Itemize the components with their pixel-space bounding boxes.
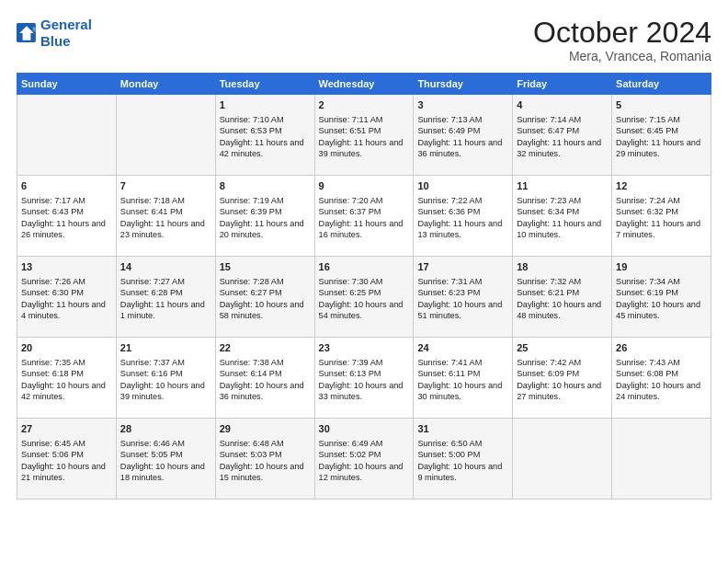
- weekday-header: Monday: [116, 74, 215, 95]
- day-info: Sunset: 6:08 PM: [616, 368, 707, 379]
- calendar-cell: 10Sunrise: 7:22 AMSunset: 6:36 PMDayligh…: [414, 176, 513, 257]
- day-info: Daylight: 10 hours and 36 minutes.: [220, 380, 311, 403]
- day-info: Sunrise: 7:41 AM: [417, 357, 508, 368]
- day-info: Sunset: 5:00 PM: [417, 449, 508, 460]
- day-info: Sunset: 6:16 PM: [120, 368, 211, 379]
- day-info: Sunset: 6:32 PM: [616, 206, 707, 217]
- day-info: Daylight: 10 hours and 18 minutes.: [120, 461, 211, 484]
- weekday-row: SundayMondayTuesdayWednesdayThursdayFrid…: [17, 74, 711, 95]
- calendar-cell: 12Sunrise: 7:24 AMSunset: 6:32 PMDayligh…: [612, 176, 711, 257]
- day-info: Sunset: 6:19 PM: [616, 287, 707, 298]
- day-number: 9: [319, 179, 410, 193]
- calendar-week-row: 1Sunrise: 7:10 AMSunset: 6:53 PMDaylight…: [17, 95, 711, 176]
- calendar-cell: 24Sunrise: 7:41 AMSunset: 6:11 PMDayligh…: [414, 338, 513, 419]
- day-info: Sunset: 6:27 PM: [220, 287, 311, 298]
- day-info: Sunrise: 7:19 AM: [220, 195, 311, 206]
- calendar-cell: 29Sunrise: 6:48 AMSunset: 5:03 PMDayligh…: [215, 419, 314, 500]
- day-info: Daylight: 10 hours and 12 minutes.: [319, 461, 410, 484]
- calendar-week-row: 27Sunrise: 6:45 AMSunset: 5:06 PMDayligh…: [17, 419, 711, 500]
- logo-icon: [17, 23, 37, 43]
- day-info: Daylight: 10 hours and 9 minutes.: [417, 461, 508, 484]
- day-info: Sunrise: 7:34 AM: [616, 276, 707, 287]
- day-info: Daylight: 11 hours and 13 minutes.: [417, 218, 508, 241]
- calendar-cell: 30Sunrise: 6:49 AMSunset: 5:02 PMDayligh…: [314, 419, 414, 500]
- day-info: Sunrise: 7:11 AM: [319, 114, 410, 125]
- calendar-cell: 23Sunrise: 7:39 AMSunset: 6:13 PMDayligh…: [314, 338, 414, 419]
- calendar-cell: 26Sunrise: 7:43 AMSunset: 6:08 PMDayligh…: [612, 338, 711, 419]
- day-info: Sunrise: 7:31 AM: [417, 276, 508, 287]
- day-number: 10: [417, 179, 508, 193]
- weekday-header: Tuesday: [215, 74, 314, 95]
- calendar-cell: 25Sunrise: 7:42 AMSunset: 6:09 PMDayligh…: [513, 338, 612, 419]
- day-info: Daylight: 11 hours and 23 minutes.: [120, 218, 211, 241]
- calendar-cell: 11Sunrise: 7:23 AMSunset: 6:34 PMDayligh…: [513, 176, 612, 257]
- day-number: 13: [21, 260, 112, 274]
- day-number: 28: [120, 422, 211, 436]
- day-info: Sunrise: 7:30 AM: [319, 276, 410, 287]
- calendar-cell: [17, 95, 117, 176]
- logo-blue: Blue: [40, 33, 71, 49]
- day-info: Daylight: 10 hours and 24 minutes.: [616, 380, 707, 403]
- day-info: Daylight: 11 hours and 29 minutes.: [616, 137, 707, 160]
- day-info: Sunset: 6:51 PM: [319, 125, 410, 136]
- day-info: Sunrise: 7:38 AM: [220, 357, 311, 368]
- day-info: Sunrise: 7:20 AM: [319, 195, 410, 206]
- day-info: Daylight: 11 hours and 20 minutes.: [220, 218, 311, 241]
- day-info: Daylight: 11 hours and 4 minutes.: [21, 299, 112, 322]
- day-info: Sunrise: 7:24 AM: [616, 195, 707, 206]
- calendar-cell: 2Sunrise: 7:11 AMSunset: 6:51 PMDaylight…: [314, 95, 414, 176]
- day-number: 27: [21, 422, 112, 436]
- title-block: October 2024 Mera, Vrancea, Romania: [533, 17, 711, 63]
- day-number: 2: [319, 98, 410, 112]
- day-number: 6: [21, 179, 112, 193]
- day-info: Daylight: 10 hours and 48 minutes.: [517, 299, 608, 322]
- day-number: 5: [616, 98, 707, 112]
- calendar-cell: 21Sunrise: 7:37 AMSunset: 6:16 PMDayligh…: [116, 338, 215, 419]
- day-info: Daylight: 10 hours and 27 minutes.: [517, 380, 608, 403]
- day-info: Sunset: 6:37 PM: [319, 206, 410, 217]
- calendar-week-row: 6Sunrise: 7:17 AMSunset: 6:43 PMDaylight…: [17, 176, 711, 257]
- calendar-cell: 8Sunrise: 7:19 AMSunset: 6:39 PMDaylight…: [215, 176, 314, 257]
- calendar-cell: 18Sunrise: 7:32 AMSunset: 6:21 PMDayligh…: [513, 257, 612, 338]
- day-info: Sunset: 6:36 PM: [417, 206, 508, 217]
- day-info: Sunrise: 7:42 AM: [517, 357, 608, 368]
- day-info: Sunset: 5:05 PM: [120, 449, 211, 460]
- day-number: 3: [417, 98, 508, 112]
- day-number: 12: [616, 179, 707, 193]
- day-info: Daylight: 10 hours and 39 minutes.: [120, 380, 211, 403]
- day-info: Daylight: 11 hours and 1 minute.: [120, 299, 211, 322]
- day-info: Sunset: 6:39 PM: [220, 206, 311, 217]
- weekday-header: Saturday: [612, 74, 711, 95]
- calendar-cell: 5Sunrise: 7:15 AMSunset: 6:45 PMDaylight…: [612, 95, 711, 176]
- day-info: Sunrise: 6:49 AM: [319, 438, 410, 449]
- day-info: Sunset: 6:21 PM: [517, 287, 608, 298]
- day-info: Sunset: 6:34 PM: [517, 206, 608, 217]
- calendar-cell: 27Sunrise: 6:45 AMSunset: 5:06 PMDayligh…: [17, 419, 117, 500]
- day-number: 26: [616, 341, 707, 355]
- calendar-cell: 6Sunrise: 7:17 AMSunset: 6:43 PMDaylight…: [17, 176, 117, 257]
- day-info: Sunset: 6:28 PM: [120, 287, 211, 298]
- day-info: Sunset: 6:45 PM: [616, 125, 707, 136]
- calendar-cell: 17Sunrise: 7:31 AMSunset: 6:23 PMDayligh…: [414, 257, 513, 338]
- calendar-week-row: 13Sunrise: 7:26 AMSunset: 6:30 PMDayligh…: [17, 257, 711, 338]
- day-number: 21: [120, 341, 211, 355]
- day-info: Daylight: 11 hours and 16 minutes.: [319, 218, 410, 241]
- day-info: Daylight: 10 hours and 15 minutes.: [220, 461, 311, 484]
- day-number: 14: [120, 260, 211, 274]
- day-info: Sunset: 6:43 PM: [21, 206, 112, 217]
- weekday-header: Friday: [513, 74, 612, 95]
- day-info: Daylight: 11 hours and 10 minutes.: [517, 218, 608, 241]
- day-info: Sunset: 6:53 PM: [220, 125, 311, 136]
- day-info: Sunset: 6:47 PM: [517, 125, 608, 136]
- day-info: Sunrise: 7:37 AM: [120, 357, 211, 368]
- day-info: Sunrise: 7:13 AM: [417, 114, 508, 125]
- calendar-cell: 15Sunrise: 7:28 AMSunset: 6:27 PMDayligh…: [215, 257, 314, 338]
- calendar-cell: 7Sunrise: 7:18 AMSunset: 6:41 PMDaylight…: [116, 176, 215, 257]
- day-info: Daylight: 11 hours and 7 minutes.: [616, 218, 707, 241]
- day-number: 7: [120, 179, 211, 193]
- day-info: Daylight: 11 hours and 26 minutes.: [21, 218, 112, 241]
- day-info: Daylight: 10 hours and 30 minutes.: [417, 380, 508, 403]
- calendar-subtitle: Mera, Vrancea, Romania: [533, 49, 711, 63]
- calendar-cell: 22Sunrise: 7:38 AMSunset: 6:14 PMDayligh…: [215, 338, 314, 419]
- day-info: Sunrise: 7:43 AM: [616, 357, 707, 368]
